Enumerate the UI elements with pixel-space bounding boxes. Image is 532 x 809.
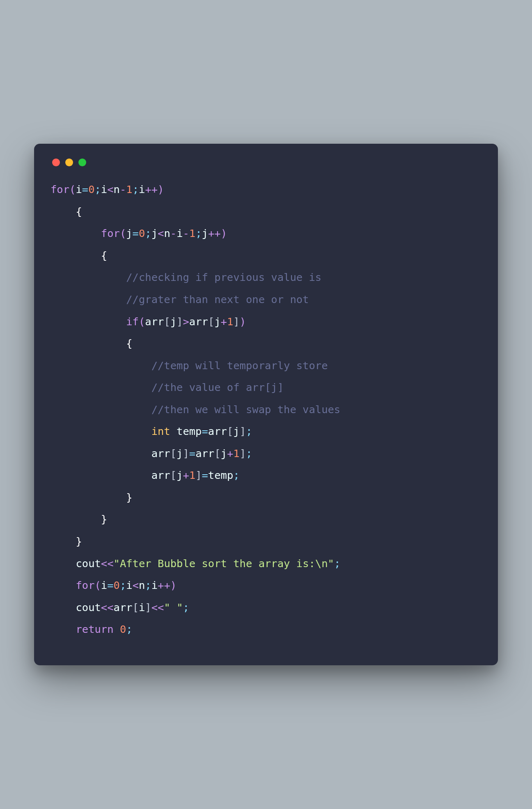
operator: << <box>101 601 114 614</box>
operator: = <box>107 579 113 591</box>
number: 0 <box>120 623 126 635</box>
paren-open: ( <box>120 227 126 239</box>
operator: = <box>202 469 208 481</box>
keyword-for: for <box>50 183 69 195</box>
identifier: j <box>221 447 227 460</box>
operator: << <box>151 601 164 614</box>
identifier: cout <box>76 601 101 614</box>
brace-open: { <box>76 205 82 218</box>
brace-close: } <box>101 513 107 525</box>
identifier: cout <box>76 557 101 570</box>
keyword-int: int <box>151 425 170 437</box>
keyword-if: if <box>126 315 139 328</box>
brace-close: } <box>126 491 132 503</box>
code-editor[interactable]: for(i=0;i<n-1;i++) { for(j=0;j<n-i-1;j++… <box>50 179 482 640</box>
bracket-close: ] <box>233 315 239 328</box>
semicolon: ; <box>334 557 340 570</box>
comment: //the value of arr[j] <box>151 381 284 393</box>
operator: + <box>221 315 227 328</box>
operator: > <box>183 315 189 328</box>
identifier: temp <box>177 425 202 437</box>
identifier: i <box>126 579 132 591</box>
operator: = <box>189 447 195 460</box>
brace-open: { <box>101 249 107 262</box>
identifier: arr <box>114 601 133 614</box>
semicolon: ; <box>183 601 189 614</box>
identifier: i <box>151 579 158 591</box>
operator: ++ <box>145 183 158 195</box>
keyword-for: for <box>76 579 94 591</box>
operator: + <box>227 447 233 460</box>
semicolon: ; <box>95 183 101 195</box>
number: 1 <box>126 183 132 195</box>
identifier: arr <box>208 425 227 437</box>
operator: + <box>183 469 189 481</box>
window-title-bar <box>50 156 482 179</box>
bracket-close: ] <box>240 447 246 460</box>
operator: ++ <box>208 227 221 239</box>
string: "After Bubble sort the array is: <box>114 557 315 570</box>
identifier: i <box>76 183 82 195</box>
close-icon[interactable] <box>52 159 60 166</box>
operator: << <box>101 557 114 570</box>
brace-close: } <box>76 535 82 547</box>
paren-close: ) <box>170 579 177 591</box>
paren-close: ) <box>240 315 246 328</box>
semicolon: ; <box>233 469 239 481</box>
bracket-close: ] <box>183 447 189 460</box>
identifier: i <box>139 183 145 195</box>
escape: \n <box>315 557 328 570</box>
maximize-icon[interactable] <box>78 159 86 166</box>
bracket-open: [ <box>164 315 170 328</box>
identifier: i <box>177 227 183 239</box>
paren-close: ) <box>158 183 164 195</box>
identifier: arr <box>145 315 164 328</box>
identifier: n <box>139 579 145 591</box>
operator: - <box>120 183 126 195</box>
semicolon: ; <box>195 227 202 239</box>
identifier: i <box>139 601 145 614</box>
identifier: j <box>202 227 208 239</box>
keyword-for: for <box>101 227 120 239</box>
bracket-close: ] <box>195 469 202 481</box>
operator: < <box>107 183 113 195</box>
identifier: j <box>233 425 239 437</box>
paren-close: ) <box>221 227 227 239</box>
semicolon: ; <box>246 425 252 437</box>
identifier: n <box>164 227 170 239</box>
semicolon: ; <box>120 579 126 591</box>
paren-open: ( <box>139 315 145 328</box>
semicolon: ; <box>145 579 151 591</box>
bracket-open: [ <box>214 447 220 460</box>
paren-open: ( <box>69 183 76 195</box>
string: " " <box>164 601 183 614</box>
identifier: j <box>126 227 132 239</box>
operator: - <box>183 227 189 239</box>
identifier: temp <box>208 469 233 481</box>
keyword-return: return <box>76 623 113 635</box>
comment: //grater than next one or not <box>126 293 309 306</box>
identifier: i <box>101 579 107 591</box>
bracket-open: [ <box>208 315 214 328</box>
identifier: j <box>177 447 183 460</box>
identifier: j <box>177 469 183 481</box>
identifier: j <box>151 227 158 239</box>
number: 1 <box>233 447 239 460</box>
identifier: j <box>170 315 177 328</box>
bracket-close: ] <box>177 315 183 328</box>
operator: = <box>202 425 208 437</box>
identifier: arr <box>151 447 170 460</box>
operator: = <box>82 183 88 195</box>
bracket-open: [ <box>170 447 177 460</box>
number: 1 <box>227 315 233 328</box>
operator: < <box>158 227 164 239</box>
identifier: arr <box>189 315 208 328</box>
bracket-close: ] <box>145 601 151 614</box>
identifier: n <box>114 183 120 195</box>
minimize-icon[interactable] <box>65 159 73 166</box>
semicolon: ; <box>145 227 151 239</box>
number: 1 <box>189 469 195 481</box>
number: 1 <box>189 227 195 239</box>
semicolon: ; <box>246 447 252 460</box>
operator: = <box>133 227 139 239</box>
